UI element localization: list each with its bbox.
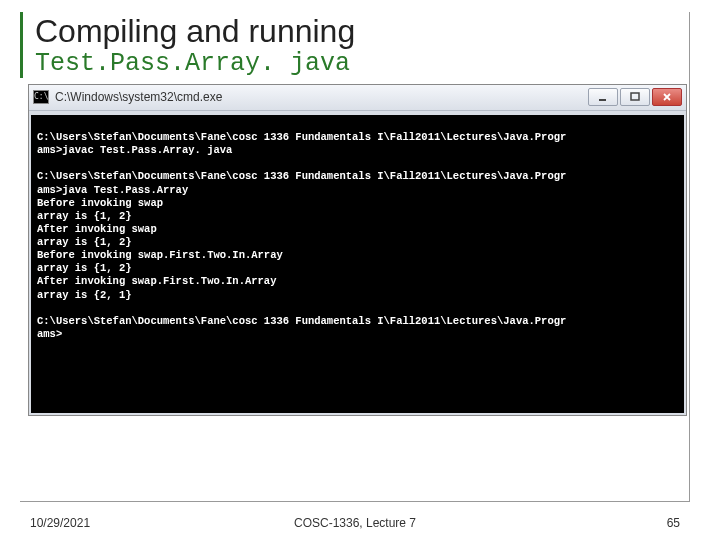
cmd-window-title: C:\Windows\system32\cmd.exe xyxy=(55,90,582,104)
minimize-button[interactable] xyxy=(588,88,618,106)
cmd-output: C:\Users\Stefan\Documents\Fane\cosc 1336… xyxy=(29,111,686,415)
maximize-button[interactable] xyxy=(620,88,650,106)
footer-center: COSC-1336, Lecture 7 xyxy=(30,516,680,530)
svg-rect-0 xyxy=(599,99,606,101)
slide-frame: Compiling and running Test.Pass.Array. j… xyxy=(20,12,690,502)
close-icon xyxy=(662,92,672,102)
slide-subtitle: Test.Pass.Array. java xyxy=(35,50,689,78)
close-button[interactable] xyxy=(652,88,682,106)
window-controls xyxy=(588,88,682,106)
svg-rect-1 xyxy=(631,93,639,100)
cmd-icon: C:\ xyxy=(33,90,49,104)
minimize-icon xyxy=(598,92,608,102)
cmd-titlebar: C:\ C:\Windows\system32\cmd.exe xyxy=(29,85,686,111)
slide-title: Compiling and running xyxy=(35,12,689,50)
maximize-icon xyxy=(630,92,640,102)
cmd-window: C:\ C:\Windows\system32\cmd.exe C:\Users… xyxy=(28,84,687,416)
title-block: Compiling and running Test.Pass.Array. j… xyxy=(20,12,689,78)
slide-footer: 10/29/2021 COSC-1336, Lecture 7 65 xyxy=(30,516,680,530)
